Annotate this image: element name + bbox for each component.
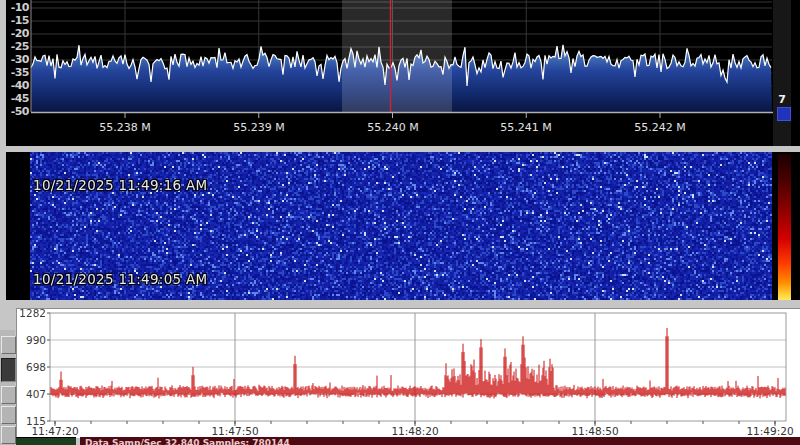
history-y-label: 1282: [16, 307, 46, 319]
freq-label: 55.240 M: [353, 121, 433, 134]
db-label: -45: [4, 93, 29, 105]
freq-label: 55.238 M: [85, 121, 165, 134]
history-gridlines-h: [50, 340, 786, 394]
left-toolbar-strip: [0, 330, 15, 445]
freq-label: 55.241 M: [486, 121, 566, 134]
edge-button[interactable]: [1, 386, 16, 404]
scale-value-label: 7: [775, 93, 789, 106]
freq-label: 55.239 M: [219, 121, 299, 134]
edge-button-pressed[interactable]: [1, 358, 16, 382]
sdr-app-window: -10 -15 -20 -25 -30 -35 -40 -45 -50 55.2…: [0, 0, 800, 445]
history-x-label: 11:49:20: [738, 425, 800, 437]
status-bar-text: Data Samp/Sec 32,840 Samples: 780144: [85, 438, 290, 445]
freq-label: 55.242 M: [620, 121, 700, 134]
scale-handle[interactable]: [777, 107, 791, 121]
spectrum-right-gutter: [773, 0, 791, 146]
db-label: -15: [4, 15, 29, 27]
waterfall-timestamp: 10/21/2025 11:49:05 AM: [33, 271, 208, 287]
db-label: -30: [4, 54, 29, 66]
edge-button[interactable]: [1, 336, 16, 354]
status-bar: Data Samp/Sec 32,840 Samples: 780144: [80, 437, 800, 445]
history-y-label: 990: [16, 334, 46, 346]
history-y-label: 698: [16, 361, 46, 373]
spectrum-axis-ticks: [125, 113, 660, 118]
history-plot: [0, 300, 800, 445]
db-label: -25: [4, 41, 29, 53]
db-label: -50: [4, 106, 29, 118]
edge-button[interactable]: [1, 426, 16, 444]
history-signal-line: [51, 328, 785, 399]
history-x-label: 11:47:50: [203, 425, 267, 437]
history-y-label: 407: [16, 388, 46, 400]
db-label: -20: [4, 28, 29, 40]
history-x-label: 11:48:20: [383, 425, 447, 437]
edge-button[interactable]: [1, 406, 16, 424]
status-green-indicator: [16, 437, 76, 445]
history-x-label: 11:48:50: [563, 425, 627, 437]
spectrum-selection-band[interactable]: [342, 0, 452, 112]
waterfall-timestamp: 10/21/2025 11:49:16 AM: [33, 177, 208, 193]
history-x-label: 11:47:20: [23, 425, 87, 437]
waterfall-intensity-scale: [777, 154, 791, 300]
db-label: -10: [4, 2, 29, 14]
db-label: -40: [4, 80, 29, 92]
db-label: -35: [4, 67, 29, 79]
